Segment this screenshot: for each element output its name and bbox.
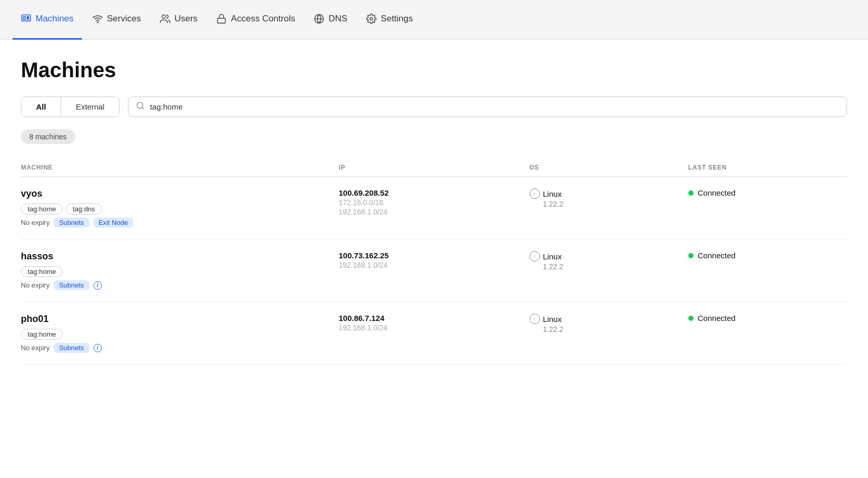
status-cell-pho01: Connected: [688, 314, 847, 322]
ip-cell-hassos: 100.73.162.25 192.168.1.0/24: [338, 251, 529, 269]
filter-tabs: All External: [21, 97, 120, 117]
machine-name: hassos: [21, 251, 338, 262]
os-name-row: ↑ Linux: [530, 314, 688, 324]
os-linux-icon: ↑: [530, 188, 540, 199]
machine-tags: tag:home: [21, 266, 338, 277]
machine-name: pho01: [21, 314, 338, 325]
status-cell-hassos: Connected: [688, 251, 847, 260]
nav-dns[interactable]: DNS: [306, 0, 356, 40]
svg-point-5: [162, 15, 166, 19]
col-header-os: OS: [530, 164, 688, 171]
tag-home[interactable]: tag:home: [21, 204, 63, 214]
info-icon[interactable]: i: [93, 281, 102, 290]
os-version: 1.22.2: [543, 200, 688, 208]
wifi-icon: [92, 14, 103, 24]
filter-tab-all[interactable]: All: [21, 97, 61, 116]
nav-settings-label: Settings: [381, 14, 413, 24]
svg-rect-1: [24, 17, 25, 19]
col-header-last-seen: LAST SEEN: [688, 164, 847, 171]
svg-rect-3: [27, 18, 29, 19]
filter-tab-external[interactable]: External: [61, 97, 119, 116]
filter-bar: All External: [21, 97, 847, 117]
meta-no-expiry: No expiry: [21, 344, 50, 352]
nav-access-controls[interactable]: Access Controls: [208, 0, 303, 40]
ip-secondary-1: 192.168.1.0/24: [338, 324, 529, 332]
status-label: Connected: [698, 188, 736, 197]
badge-subnets[interactable]: Subnets: [54, 218, 89, 228]
table-row: vyos tag:home tag:dns No expiry Subnets …: [21, 177, 847, 240]
os-version: 1.22.2: [543, 325, 688, 333]
machine-tags: tag:home tag:dns: [21, 204, 338, 214]
nav-machines[interactable]: Machines: [13, 0, 82, 40]
ip-secondary-2: 192.168.1.0/24: [338, 208, 529, 216]
info-icon[interactable]: i: [93, 344, 102, 352]
os-cell-pho01: ↑ Linux 1.22.2: [530, 314, 688, 333]
badge-exit-node[interactable]: Exit Node: [93, 218, 133, 228]
lock-icon: [216, 14, 227, 24]
main-content: Machines All External 8 machines MACHINE…: [0, 40, 868, 478]
badge-subnets[interactable]: Subnets: [54, 280, 89, 290]
nav-users[interactable]: Users: [151, 0, 206, 40]
users-icon: [160, 14, 170, 24]
machines-count-badge: 8 machines: [21, 129, 75, 144]
svg-point-4: [97, 22, 98, 23]
page-title: Machines: [21, 58, 847, 82]
search-input[interactable]: [150, 102, 839, 111]
table-row: hassos tag:home No expiry Subnets i 100.…: [21, 240, 847, 302]
svg-rect-6: [218, 18, 226, 23]
machine-cell-hassos: hassos tag:home No expiry Subnets i: [21, 251, 338, 290]
table-header: MACHINE IP OS LAST SEEN: [21, 159, 847, 177]
machine-cell-vyos: vyos tag:home tag:dns No expiry Subnets …: [21, 188, 338, 228]
os-name: Linux: [543, 252, 562, 261]
machine-meta: No expiry Subnets Exit Node: [21, 218, 338, 228]
nav-services[interactable]: Services: [84, 0, 149, 40]
status-dot-connected: [688, 253, 694, 258]
status-dot-connected: [688, 190, 694, 196]
tag-home[interactable]: tag:home: [21, 329, 63, 340]
os-cell-vyos: ↑ Linux 1.22.2: [530, 188, 688, 208]
globe-icon: [314, 14, 324, 24]
meta-no-expiry: No expiry: [21, 281, 50, 289]
nav-access-controls-label: Access Controls: [231, 14, 295, 24]
status-cell-vyos: Connected: [688, 188, 847, 197]
ip-primary: 100.69.208.52: [338, 188, 529, 197]
machines-icon: [21, 14, 31, 24]
os-name-row: ↑ Linux: [530, 251, 688, 261]
ip-secondary-1: 172.16.0.0/16: [338, 198, 529, 207]
os-cell-hassos: ↑ Linux 1.22.2: [530, 251, 688, 271]
os-name: Linux: [543, 315, 562, 324]
nav-users-label: Users: [174, 14, 197, 24]
tag-dns[interactable]: tag:dns: [66, 204, 102, 214]
os-linux-icon: ↑: [530, 314, 540, 324]
machine-cell-pho01: pho01 tag:home No expiry Subnets i: [21, 314, 338, 353]
machine-name: vyos: [21, 188, 338, 199]
nav-bar: Machines Services Users: [0, 0, 868, 40]
nav-machines-label: Machines: [36, 14, 74, 24]
tag-home[interactable]: tag:home: [21, 266, 63, 277]
badge-subnets[interactable]: Subnets: [54, 343, 89, 353]
svg-rect-2: [27, 17, 29, 18]
col-header-machine: MACHINE: [21, 164, 338, 171]
search-icon: [136, 101, 145, 112]
ip-cell-pho01: 100.86.7.124 192.168.1.0/24: [338, 314, 529, 332]
col-header-ip: IP: [338, 164, 529, 171]
ip-cell-vyos: 100.69.208.52 172.16.0.0/16 192.168.1.0/…: [338, 188, 529, 216]
table-row: pho01 tag:home No expiry Subnets i 100.8…: [21, 302, 847, 365]
os-name-row: ↑ Linux: [530, 188, 688, 199]
ip-primary: 100.86.7.124: [338, 314, 529, 322]
nav-settings[interactable]: Settings: [358, 0, 421, 40]
meta-no-expiry: No expiry: [21, 219, 50, 226]
svg-line-11: [142, 107, 144, 109]
os-name: Linux: [543, 189, 562, 198]
status-dot-connected: [688, 316, 694, 321]
nav-services-label: Services: [107, 14, 141, 24]
ip-secondary-1: 192.168.1.0/24: [338, 261, 529, 269]
status-label: Connected: [698, 251, 736, 260]
machine-tags: tag:home: [21, 329, 338, 340]
svg-point-9: [370, 18, 373, 20]
machine-meta: No expiry Subnets i: [21, 343, 338, 353]
search-wrapper: [128, 97, 847, 117]
gear-icon: [366, 14, 377, 24]
nav-dns-label: DNS: [329, 14, 347, 24]
os-version: 1.22.2: [543, 262, 688, 271]
